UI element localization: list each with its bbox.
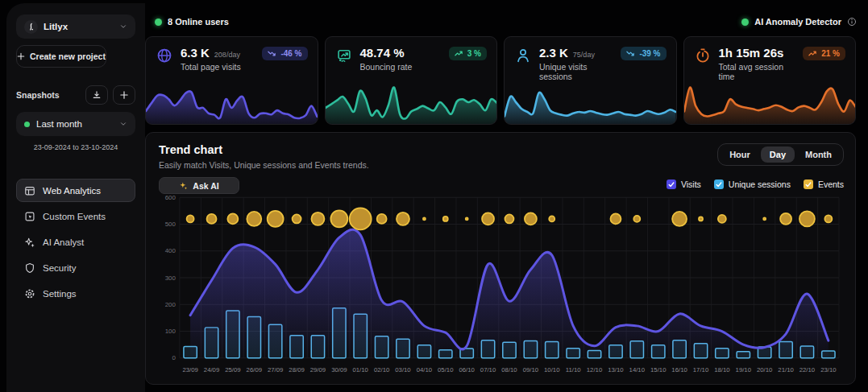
card-label: Bouncing rate: [360, 62, 442, 72]
chart-legend: Visits Unique sessions Events: [667, 179, 844, 189]
create-project-button[interactable]: Create new project: [16, 45, 106, 68]
svg-text:100: 100: [165, 328, 177, 335]
snapshot-period-value: Last month: [36, 119, 113, 129]
project-selector[interactable]: Litlyx: [16, 14, 135, 39]
trend-chart: 010020030040050060023/0924/0925/0926/092…: [156, 191, 845, 379]
snapshot-period-select[interactable]: Last month: [16, 112, 135, 136]
svg-text:08/10: 08/10: [501, 366, 517, 373]
sidebar-item-web-analytics[interactable]: Web Analytics: [16, 179, 135, 202]
trend-chart-svg: 010020030040050060023/0924/0925/0926/092…: [156, 191, 845, 379]
svg-text:300: 300: [165, 274, 177, 282]
card-value: 1h 15m 26s: [719, 46, 784, 60]
svg-text:18/10: 18/10: [714, 366, 730, 373]
trend-panel: Trend chart Easily match Visits, Unique …: [145, 132, 856, 385]
topbar: 8 Online users AI Anomaly Detector: [155, 13, 857, 31]
svg-text:01/10: 01/10: [352, 366, 368, 373]
plus-icon: [119, 90, 129, 100]
svg-text:200: 200: [165, 301, 177, 308]
legend-visits[interactable]: Visits: [667, 179, 701, 189]
unique-sessions-checkbox[interactable]: [714, 179, 724, 189]
svg-text:16/10: 16/10: [671, 366, 687, 373]
anomaly-status-dot: [741, 19, 749, 26]
sidebar-menu: Web Analytics Custom Events AI Analyst S…: [16, 179, 135, 305]
svg-text:02/10: 02/10: [374, 366, 390, 373]
cursor-click-icon: [24, 211, 35, 222]
period-status-dot: [24, 122, 30, 127]
visits-checkbox[interactable]: [667, 179, 676, 189]
card-sparkline: [684, 80, 856, 124]
trend-down-icon: [268, 50, 276, 57]
svg-text:15/10: 15/10: [650, 366, 667, 373]
sidebar-item-label: AI Analyst: [43, 237, 84, 247]
range-segmented-control: Hour Day Month: [717, 143, 844, 166]
add-snapshot-button[interactable]: [113, 85, 135, 105]
legend-unique-sessions[interactable]: Unique sessions: [714, 179, 791, 189]
online-status-dot: [155, 19, 162, 26]
svg-text:23/09: 23/09: [182, 366, 197, 373]
svg-text:19/10: 19/10: [736, 366, 752, 373]
trend-badge: 3 %: [449, 47, 487, 60]
download-icon: [92, 90, 102, 100]
card-per-day: 208/day: [214, 51, 240, 59]
chevron-down-icon: [119, 120, 127, 128]
svg-text:04/10: 04/10: [417, 366, 433, 373]
stat-cards: 6.3 K 208/day Total page visits -46 %: [145, 36, 856, 125]
card-label: Total page visits: [181, 62, 255, 72]
svg-text:07/10: 07/10: [480, 366, 496, 373]
user-icon: [514, 47, 532, 64]
legend-events[interactable]: Events: [804, 179, 844, 189]
card-per-day: 75/day: [573, 51, 595, 59]
svg-text:23/10: 23/10: [820, 366, 837, 373]
svg-text:28/09: 28/09: [289, 366, 304, 373]
range-day-button[interactable]: Day: [761, 146, 795, 163]
sidebar: Litlyx Create new project Snapshots Last…: [6, 3, 145, 392]
bounce-board-icon: [335, 47, 353, 64]
svg-text:06/10: 06/10: [459, 366, 475, 373]
globe-icon: [156, 47, 173, 64]
info-icon[interactable]: [847, 17, 857, 27]
ask-ai-label: Ask AI: [193, 181, 218, 191]
card-total-page-visits: 6.3 K 208/day Total page visits -46 %: [145, 36, 318, 125]
svg-text:20/10: 20/10: [757, 366, 773, 373]
svg-text:0: 0: [172, 354, 177, 361]
sidebar-item-custom-events[interactable]: Custom Events: [16, 204, 135, 228]
svg-text:12/10: 12/10: [587, 366, 603, 373]
trend-up-icon: [808, 50, 817, 57]
card-bouncing-rate: 48.74 % Bouncing rate 3 %: [325, 36, 498, 125]
range-hour-button[interactable]: Hour: [721, 146, 759, 163]
card-avg-session-time: 1h 15m 26s Total avg session time 21 %: [683, 36, 857, 125]
card-sparkline: [326, 80, 497, 124]
svg-text:05/10: 05/10: [438, 366, 454, 373]
card-sparkline: [146, 80, 318, 124]
events-checkbox[interactable]: [804, 179, 813, 189]
svg-text:24/09: 24/09: [204, 366, 219, 373]
svg-text:29/09: 29/09: [310, 366, 326, 373]
sidebar-item-security[interactable]: Security: [16, 256, 135, 279]
card-value: 48.74 %: [360, 46, 405, 60]
sidebar-item-label: Security: [43, 263, 77, 273]
trend-up-icon: [455, 50, 463, 57]
ai-anomaly-detector: AI Anomaly Detector: [741, 17, 857, 27]
svg-text:10/10: 10/10: [544, 366, 560, 373]
svg-text:500: 500: [165, 221, 177, 228]
sparkle-icon: [179, 181, 188, 190]
svg-text:400: 400: [165, 247, 177, 254]
trend-badge: -39 %: [621, 47, 666, 60]
snapshots-label: Snapshots: [16, 90, 81, 100]
sidebar-item-label: Settings: [43, 289, 77, 299]
browser-layout-icon: [24, 185, 35, 196]
svg-text:25/09: 25/09: [225, 366, 240, 373]
svg-text:21/10: 21/10: [778, 366, 794, 373]
download-snapshot-button[interactable]: [85, 85, 108, 105]
svg-text:13/10: 13/10: [608, 366, 624, 373]
sidebar-item-settings[interactable]: Settings: [16, 282, 135, 305]
svg-text:17/10: 17/10: [693, 366, 709, 373]
card-label: Unique visits sessions: [539, 62, 613, 81]
sidebar-item-ai-analyst[interactable]: AI Analyst: [16, 230, 135, 254]
trend-down-icon: [626, 50, 635, 57]
create-project-label: Create new project: [30, 52, 106, 61]
svg-text:11/10: 11/10: [566, 366, 582, 373]
snapshot-date-range: 23-09-2024 to 23-10-2024: [16, 143, 135, 151]
range-month-button[interactable]: Month: [796, 146, 841, 163]
app: Litlyx Create new project Snapshots Last…: [0, 0, 868, 392]
